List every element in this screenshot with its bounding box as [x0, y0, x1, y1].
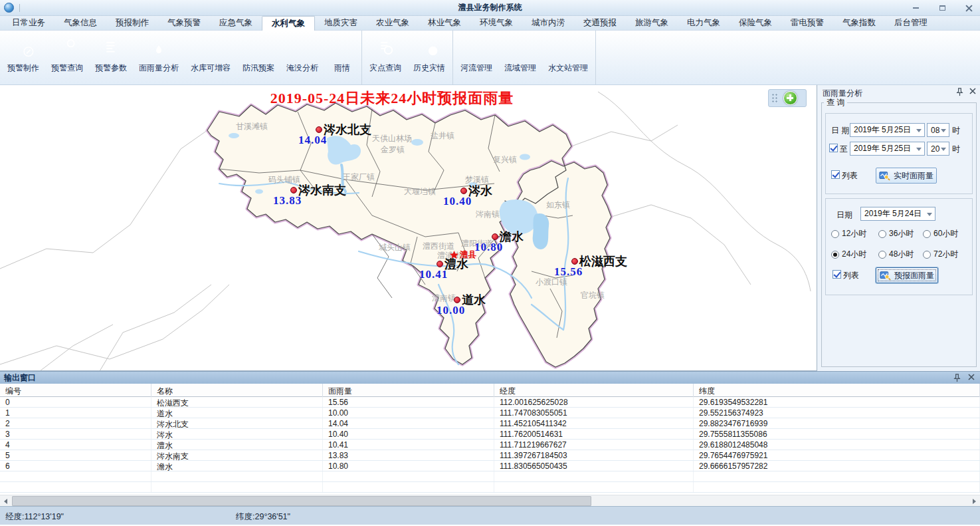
horizontal-scrollbar[interactable] — [0, 495, 980, 506]
table-row[interactable]: 3 涔水 10.40 111.76200514631 29.7555811355… — [0, 429, 980, 440]
menu-tab[interactable]: 预报制作 — [106, 16, 158, 30]
station-marker[interactable]: 涔水北支 14.04 — [316, 124, 371, 147]
minimize-button[interactable] — [910, 3, 922, 13]
toolbar-button[interactable]: 历史灾情 — [407, 33, 451, 84]
station-marker[interactable]: 澹水 10.80 — [492, 231, 524, 254]
toolbar-button-icon — [330, 36, 354, 60]
output-close-icon[interactable] — [968, 374, 975, 382]
menu-tab[interactable]: 环境气象 — [470, 16, 522, 30]
table-empty-row — [0, 471, 980, 482]
toolbar-button[interactable]: 防汛预案 — [237, 33, 280, 84]
date-from-select[interactable]: 2019年 5月25日 — [850, 123, 925, 137]
hour-to-select[interactable]: 20 — [927, 142, 949, 156]
menu-tab[interactable]: 气象预警 — [158, 16, 210, 30]
menu-tab[interactable]: 旅游气象 — [626, 16, 678, 30]
realtime-rain-button[interactable]: 实时面雨量 — [876, 168, 937, 184]
toolbar-button[interactable]: 水库可增容 — [185, 33, 237, 84]
menu-tab[interactable]: 保险气象 — [730, 16, 781, 30]
table-row[interactable]: 2 涔水北支 14.04 111.452105411342 29.8823476… — [0, 418, 980, 429]
panel-close-icon[interactable] — [969, 88, 976, 96]
column-header[interactable]: 名称 — [151, 384, 323, 397]
table-row[interactable]: 4 澧水 10.41 111.711219667627 29.618801248… — [0, 440, 980, 450]
cell-name: 澧水 — [151, 440, 323, 450]
menu-tab[interactable]: 应急气象 — [210, 16, 262, 30]
station-marker[interactable]: 澧水 10.41 — [437, 259, 468, 281]
hour-suffix-label: 时 — [952, 126, 960, 135]
menu-tab[interactable]: 气象指数 — [833, 16, 885, 30]
menu-tab[interactable]: 气象信息 — [54, 16, 106, 30]
menu-tab[interactable]: 交通预报 — [574, 16, 626, 30]
station-marker[interactable]: 涔水 10.40 — [460, 186, 492, 208]
radio-36h[interactable]: 36小时 — [878, 228, 914, 239]
radio-12h[interactable]: 12小时 — [831, 228, 866, 239]
toolbar-button[interactable]: 预警制作 — [1, 33, 45, 84]
menu-tab[interactable]: 水利气象 — [262, 16, 315, 31]
menu-tab[interactable]: 雷电预警 — [781, 16, 833, 30]
close-button[interactable] — [963, 3, 975, 13]
radio-72h[interactable]: 72小时 — [923, 249, 958, 260]
menu-tab[interactable]: 日常业务 — [3, 16, 54, 30]
menu-tab[interactable]: 后台管理 — [885, 16, 937, 30]
forecast-date-select[interactable]: 2019年 5月24日 — [860, 207, 935, 221]
town-label: 涔南镇 — [476, 209, 500, 220]
column-header[interactable]: 纬度 — [694, 384, 980, 397]
column-header[interactable]: 面雨量 — [323, 384, 494, 397]
station-marker[interactable]: 道水 10.00 — [454, 295, 486, 317]
column-header[interactable]: 编号 — [0, 384, 151, 397]
scrollbar-thumb[interactable] — [12, 496, 591, 506]
pin-icon[interactable] — [955, 88, 964, 96]
toolbar-button-icon — [147, 36, 171, 60]
table-row[interactable]: 1 道水 10.00 111.747083055051 29.552156374… — [0, 408, 980, 418]
drag-grip-icon[interactable] — [771, 93, 778, 104]
cell-rain: 10.00 — [323, 408, 494, 418]
toolbar-button[interactable]: 水文站管理 — [542, 33, 594, 84]
date-to-select[interactable]: 2019年 5月25日 — [850, 142, 925, 156]
menu-tab[interactable]: 地质灾害 — [315, 16, 367, 30]
menu-tab[interactable]: 城市内涝 — [522, 16, 574, 30]
pin-icon[interactable] — [953, 374, 961, 382]
toolbar-button[interactable]: 预警查询 — [45, 33, 89, 84]
toolbar-button[interactable]: 淹没分析 — [280, 33, 324, 84]
toolbar-button[interactable]: 面雨量分析 — [133, 33, 185, 84]
station-name: 涔水南支 — [298, 182, 346, 198]
toolbar-button[interactable]: 雨情 — [324, 33, 360, 84]
station-marker[interactable]: 松滋西支 15.56 — [571, 256, 627, 279]
zoom-in-button[interactable] — [783, 91, 797, 105]
map-viewport[interactable]: 甘溪滩镇盐井镇天供山林场金罗镇复兴镇码头铺镇王家厂镇大堰垱镇梦溪镇涔南镇如东镇城… — [0, 85, 817, 371]
chevron-down-icon — [941, 129, 946, 132]
table-row[interactable]: 0 松滋西支 15.56 112.001625625028 29.6193549… — [0, 397, 980, 408]
map-canvas[interactable] — [0, 85, 817, 371]
toolbar-button[interactable]: 河流管理 — [454, 33, 498, 84]
to-date-checkbox[interactable] — [829, 144, 838, 152]
scroll-right-arrow[interactable] — [969, 495, 980, 507]
toolbar-button-icon — [246, 36, 270, 60]
menu-tab[interactable]: 林业气象 — [419, 16, 470, 30]
menu-tab[interactable]: 电力气象 — [678, 16, 730, 30]
table-row[interactable]: 5 涔水南支 13.83 111.397267184503 29.7654476… — [0, 450, 980, 461]
forecast-list-checkbox[interactable] — [833, 270, 841, 279]
menu-tab[interactable]: 农业气象 — [367, 16, 419, 30]
town-label: 天供山林场 — [372, 133, 412, 144]
scroll-left-arrow[interactable] — [0, 495, 11, 507]
station-marker[interactable]: 涔水南支 13.83 — [290, 185, 346, 207]
hour-from-select[interactable]: 08 — [927, 123, 949, 137]
cell-longitude: 112.001625625028 — [494, 397, 694, 407]
toolbar-button-icon — [417, 36, 441, 60]
forecast-rain-button[interactable]: 预报面雨量 — [876, 267, 938, 283]
column-header[interactable]: 经度 — [494, 384, 694, 397]
toolbar-button[interactable]: 预警参数 — [89, 33, 133, 84]
radio-48h[interactable]: 48小时 — [878, 249, 914, 260]
toolbar-button[interactable]: 灾点查询 — [363, 33, 407, 84]
station-name: 道水 — [462, 292, 486, 308]
radio-24h[interactable]: 24小时 — [831, 249, 866, 260]
radio-60h[interactable]: 60小时 — [923, 228, 958, 239]
realtime-list-checkbox[interactable] — [831, 170, 840, 179]
output-table-body: 0 松滋西支 15.56 112.001625625028 29.6193549… — [0, 397, 980, 471]
maximize-button[interactable] — [936, 3, 948, 13]
toolbar-group-warning: 预警制作 预警查询 预警参数 面雨量分析 水库可增容 — [0, 31, 362, 84]
cell-name: 澹水 — [151, 461, 323, 471]
table-row[interactable]: 6 澹水 10.80 111.830565050435 29.666615795… — [0, 461, 980, 471]
toolbar-button[interactable]: 流域管理 — [498, 33, 542, 84]
forecast-date-label: 日期 — [836, 210, 852, 219]
station-name: 涔水北支 — [324, 122, 371, 138]
